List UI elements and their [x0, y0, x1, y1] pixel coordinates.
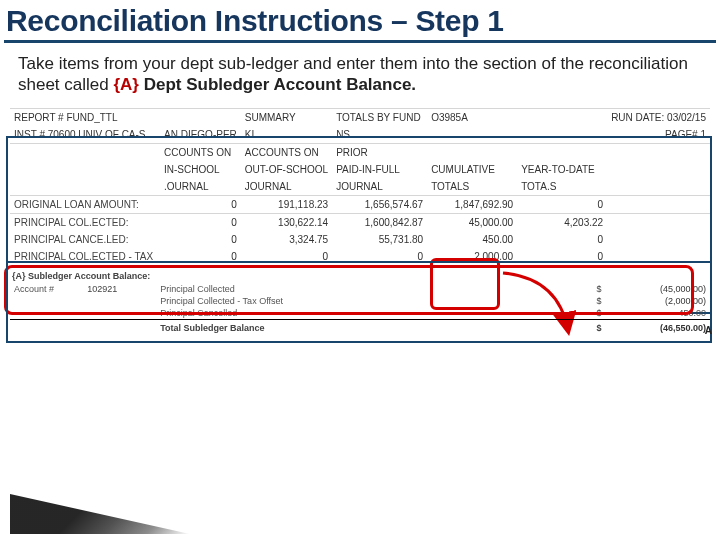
- cell: [607, 178, 710, 196]
- cell: 450.00: [427, 231, 517, 248]
- cell: TOTALS BY FUND: [332, 108, 427, 126]
- subledger-tag-a: A: [705, 325, 712, 336]
- cell: NS: [332, 126, 427, 144]
- cell: 130,622.14: [241, 213, 332, 231]
- cell: [607, 213, 710, 231]
- cell: INST # 70600 UNIV OF CA-S: [10, 126, 160, 144]
- cell: ACCOUNTS ON: [241, 143, 332, 161]
- sub-row-total: Total Subledger Balance $ (46,550.00): [10, 319, 710, 334]
- cell: $: [574, 295, 605, 307]
- cell: 1,656,574.67: [332, 195, 427, 213]
- cell: O3985A: [427, 108, 517, 126]
- decorative-wedge: [10, 494, 190, 534]
- cell: CCOUNTS ON: [160, 143, 241, 161]
- subledger-heading: {A} Subledger Account Balance:: [10, 269, 710, 283]
- cell: SUMMARY: [241, 108, 332, 126]
- cell: OUT-OF-SCHOOL: [241, 161, 332, 178]
- cell: YEAR-TO-DATE: [517, 161, 607, 178]
- cell: 102921: [83, 283, 156, 295]
- cell: TOTA.S: [517, 178, 607, 196]
- cell: PRINCIPAL COL.ECTED:: [10, 213, 160, 231]
- cell: [10, 161, 160, 178]
- cell: PAID-IN-FULL: [332, 161, 427, 178]
- cell: $: [574, 319, 605, 334]
- cell: [607, 195, 710, 213]
- cell: (46,550.00): [605, 319, 710, 334]
- cell: PRINCIPAL COL.ECTED - TAX: [10, 248, 160, 265]
- report-row-prin-collected: PRINCIPAL COL.ECTED: 0 130,622.14 1,600,…: [10, 213, 710, 231]
- instruction-text: Take items from your dept sub-ledger and…: [0, 53, 720, 102]
- cell: [427, 143, 517, 161]
- cell: IN-SCHOOL: [160, 161, 241, 178]
- cell: [607, 161, 710, 178]
- cell: $: [574, 283, 605, 295]
- cell: (2,000.00): [605, 295, 710, 307]
- report-row-prin-collected-tax: PRINCIPAL COL.ECTED - TAX 0 0 0 2,000.00…: [10, 248, 710, 265]
- cell: [607, 248, 710, 265]
- report-row-orig-loan: ORIGINAL LOAN AMOUNT: 0 191,118.23 1,656…: [10, 195, 710, 213]
- sub-row-tax: Principal Collected - Tax Offset $ (2,00…: [10, 295, 710, 307]
- title-rule: [4, 40, 716, 43]
- cell: 0: [241, 248, 332, 265]
- cell: Principal Collected - Tax Offset: [156, 295, 365, 307]
- sub-row-acct: Account # 102921 Principal Collected $ (…: [10, 283, 710, 295]
- cell: 45,000.00: [427, 213, 517, 231]
- cell: RUN DATE: 03/02/15: [607, 108, 710, 126]
- report-row-colhead1: CCOUNTS ON ACCOUNTS ON PRIOR: [10, 143, 710, 161]
- subledger-table: Account # 102921 Principal Collected $ (…: [10, 283, 710, 334]
- cell: 0: [517, 248, 607, 265]
- cell: 55,731.80: [332, 231, 427, 248]
- cell: CUMULATIVE: [427, 161, 517, 178]
- cell: 0: [160, 195, 241, 213]
- report-row-header1: REPORT # FUND_TTL SUMMARY TOTALS BY FUND…: [10, 108, 710, 126]
- subledger-wrap: {A} Subledger Account Balance: Account #…: [10, 269, 710, 334]
- cell: Principal Collected: [156, 283, 365, 295]
- cell: Principal Cancelled: [156, 307, 365, 320]
- cell: [160, 108, 241, 126]
- cell: 0: [517, 195, 607, 213]
- cell: 0: [160, 213, 241, 231]
- cell: [10, 178, 160, 196]
- cell: (45,000.00): [605, 283, 710, 295]
- cell: [607, 231, 710, 248]
- cell: KI: [241, 126, 332, 144]
- cell: 0: [160, 248, 241, 265]
- cell: 1,600,842.87: [332, 213, 427, 231]
- cell: [517, 143, 607, 161]
- instruction-bold: Dept Subledger Account Balance.: [139, 75, 416, 94]
- cell: 0: [160, 231, 241, 248]
- report-table: REPORT # FUND_TTL SUMMARY TOTALS BY FUND…: [10, 108, 710, 265]
- cell: 0: [517, 231, 607, 248]
- report-table-wrap: REPORT # FUND_TTL SUMMARY TOTALS BY FUND…: [10, 108, 710, 265]
- cell: JOURNAL: [241, 178, 332, 196]
- cell: [427, 126, 517, 144]
- sub-row-cancelled: Principal Cancelled $ 450.00: [10, 307, 710, 320]
- cell: Total Subledger Balance: [156, 319, 365, 334]
- report-row-header2: INST # 70600 UNIV OF CA-S AN DIEGO-PER K…: [10, 126, 710, 144]
- cell: 4,203.22: [517, 213, 607, 231]
- cell: REPORT # FUND_TTL: [10, 108, 160, 126]
- report-row-prin-cancelled: PRINCIPAL CANCE.LED: 0 3,324.75 55,731.8…: [10, 231, 710, 248]
- cell: [517, 108, 607, 126]
- cell: TOTALS: [427, 178, 517, 196]
- cell: 3,324.75: [241, 231, 332, 248]
- cell: JOURNAL: [332, 178, 427, 196]
- cell: 0: [332, 248, 427, 265]
- cell: Account #: [10, 283, 83, 295]
- instruction-ref-a: {A}: [113, 75, 139, 94]
- cell: 450.00: [605, 307, 710, 320]
- cell: .OURNAL: [160, 178, 241, 196]
- cell: PRIOR: [332, 143, 427, 161]
- page-title: Reconciliation Instructions – Step 1: [0, 0, 720, 40]
- cell: [607, 143, 710, 161]
- cell: [10, 143, 160, 161]
- cell: [517, 126, 607, 144]
- cell: PAGE# 1: [607, 126, 710, 144]
- cell: 1,847,692.90: [427, 195, 517, 213]
- cell: 191,118.23: [241, 195, 332, 213]
- cell: PRINCIPAL CANCE.LED:: [10, 231, 160, 248]
- cell: AN DIEGO-PER: [160, 126, 241, 144]
- cell: $: [574, 307, 605, 320]
- report-row-colhead2: IN-SCHOOL OUT-OF-SCHOOL PAID-IN-FULL CUM…: [10, 161, 710, 178]
- cell: 2,000.00: [427, 248, 517, 265]
